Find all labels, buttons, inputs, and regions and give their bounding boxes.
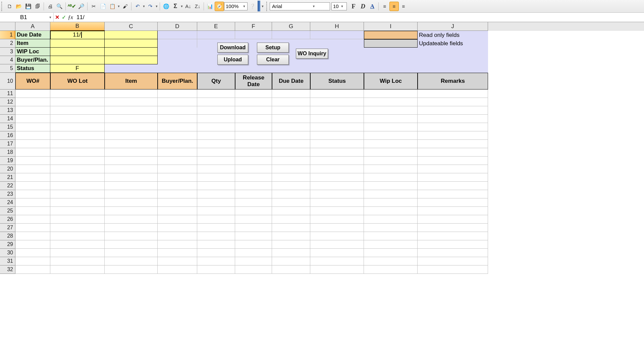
cell[interactable] — [364, 249, 418, 257]
bold-icon[interactable]: F — [349, 2, 358, 11]
cell[interactable] — [15, 123, 50, 131]
save-icon[interactable]: 💾 — [23, 2, 33, 11]
row-header-2[interactable]: 2 — [0, 39, 15, 48]
cell[interactable] — [158, 89, 197, 98]
cell[interactable] — [272, 257, 310, 265]
cell[interactable] — [272, 140, 310, 148]
row-header-31[interactable]: 31 — [0, 257, 15, 265]
row-header-24[interactable]: 24 — [0, 198, 15, 207]
align-center-icon[interactable]: ≡ — [389, 2, 399, 11]
row-header-20[interactable]: 20 — [0, 165, 15, 173]
cell[interactable] — [105, 89, 158, 98]
cell[interactable] — [418, 123, 488, 131]
cell[interactable] — [235, 198, 272, 207]
wo-inquiry-button[interactable]: WO Inquiry — [296, 49, 328, 59]
cell[interactable] — [310, 207, 364, 215]
row-header-12[interactable]: 12 — [0, 98, 15, 106]
cell[interactable] — [15, 165, 50, 173]
print-icon[interactable]: 🖨 — [45, 2, 55, 11]
cell[interactable] — [15, 249, 50, 257]
cell[interactable] — [105, 182, 158, 190]
cell[interactable] — [197, 123, 235, 131]
cell[interactable] — [158, 31, 197, 39]
cell[interactable] — [197, 31, 235, 39]
cell[interactable] — [235, 31, 272, 39]
cell[interactable] — [197, 265, 235, 274]
cell[interactable] — [418, 106, 488, 115]
cell[interactable] — [197, 131, 235, 140]
cell[interactable] — [50, 131, 105, 140]
cell[interactable] — [197, 64, 235, 73]
cell[interactable] — [50, 232, 105, 240]
cell[interactable] — [197, 240, 235, 249]
new-doc-icon[interactable]: 🗋 — [5, 2, 14, 11]
input-buyer-plan-c[interactable] — [105, 56, 158, 64]
cell[interactable] — [235, 182, 272, 190]
row-header-4[interactable]: 4 — [0, 56, 15, 64]
cell[interactable] — [272, 157, 310, 165]
cell[interactable] — [235, 165, 272, 173]
cell[interactable] — [235, 190, 272, 198]
row-header-17[interactable]: 17 — [0, 140, 15, 148]
cell[interactable] — [105, 198, 158, 207]
cell[interactable] — [310, 39, 364, 48]
cell[interactable] — [158, 198, 197, 207]
format-paint-icon[interactable]: 🖌 — [120, 2, 130, 11]
cell[interactable] — [15, 157, 50, 165]
cell[interactable] — [272, 232, 310, 240]
cell[interactable] — [418, 207, 488, 215]
cell[interactable] — [310, 265, 364, 274]
cell[interactable] — [158, 48, 197, 56]
cell[interactable] — [418, 232, 488, 240]
hyperlink-icon[interactable]: 🌐 — [161, 2, 171, 11]
cell[interactable] — [418, 215, 488, 224]
col-header-G[interactable]: G — [272, 22, 310, 31]
cell[interactable] — [15, 148, 50, 157]
col-header-J[interactable]: J — [418, 22, 488, 31]
zoom-input[interactable] — [226, 3, 243, 9]
cell[interactable] — [158, 240, 197, 249]
cell[interactable] — [310, 232, 364, 240]
col-header-I[interactable]: I — [364, 22, 418, 31]
cell[interactable] — [105, 224, 158, 232]
cell[interactable] — [272, 215, 310, 224]
cell[interactable] — [418, 64, 488, 73]
sum-dropdown[interactable]: ▼ — [180, 5, 183, 8]
underline-icon[interactable]: A — [368, 2, 377, 11]
sort-desc-icon[interactable]: Z↓ — [193, 2, 202, 11]
input-item-c[interactable] — [105, 39, 158, 48]
cell[interactable] — [105, 257, 158, 265]
cell[interactable] — [272, 165, 310, 173]
cell[interactable] — [418, 265, 488, 274]
undo-icon[interactable]: ↶ — [133, 2, 142, 11]
cell[interactable] — [105, 190, 158, 198]
cell[interactable] — [158, 115, 197, 123]
cell[interactable] — [418, 249, 488, 257]
cell[interactable] — [310, 140, 364, 148]
cell[interactable] — [105, 140, 158, 148]
cell[interactable] — [310, 173, 364, 182]
cell[interactable] — [418, 157, 488, 165]
cell[interactable] — [235, 131, 272, 140]
cell[interactable] — [105, 265, 158, 274]
paste-dropdown[interactable]: ▼ — [117, 5, 120, 8]
italic-icon[interactable]: D — [358, 2, 368, 11]
col-header-C[interactable]: C — [105, 22, 158, 31]
align-right-icon[interactable]: ≡ — [399, 2, 408, 11]
cell[interactable] — [197, 215, 235, 224]
row-header-22[interactable]: 22 — [0, 182, 15, 190]
input-wip-loc-b[interactable] — [50, 48, 105, 56]
cell[interactable] — [364, 131, 418, 140]
cell[interactable] — [418, 224, 488, 232]
cell[interactable] — [418, 115, 488, 123]
cell[interactable] — [418, 140, 488, 148]
cell[interactable] — [310, 240, 364, 249]
cell[interactable] — [272, 131, 310, 140]
cell[interactable] — [15, 106, 50, 115]
cell[interactable] — [364, 115, 418, 123]
row-header-21[interactable]: 21 — [0, 173, 15, 182]
cell[interactable] — [272, 89, 310, 98]
row-header-15[interactable]: 15 — [0, 123, 15, 131]
cell[interactable] — [272, 198, 310, 207]
cell[interactable] — [235, 115, 272, 123]
